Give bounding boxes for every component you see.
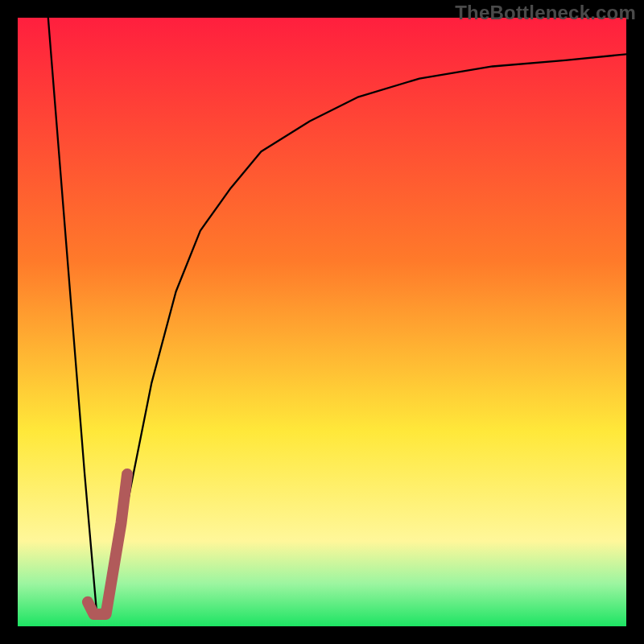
gradient-background (18, 18, 626, 626)
chart-container: TheBottleneck.com (0, 0, 644, 644)
svg-rect-0 (18, 18, 626, 626)
plot-area (18, 18, 626, 626)
watermark-text: TheBottleneck.com (455, 2, 636, 24)
